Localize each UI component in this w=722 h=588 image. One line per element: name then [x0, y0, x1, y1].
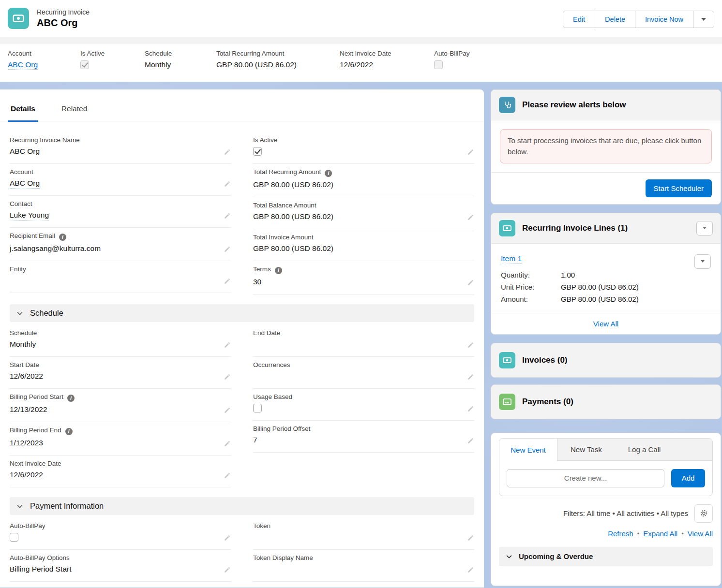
is-active-checkbox: [80, 60, 89, 69]
tab-log-a-call[interactable]: Log a Call: [615, 439, 674, 460]
field-reset-token-on-next-run: Reset Token On Next Run: [253, 582, 474, 588]
edit-icon[interactable]: [224, 148, 231, 158]
more-actions-button[interactable]: [693, 11, 714, 28]
highlight-label: Total Recurring Amount: [216, 50, 340, 57]
field-token-display-name: Token Display Name: [253, 550, 474, 582]
edit-button[interactable]: Edit: [563, 11, 595, 28]
view-all-link[interactable]: View All: [688, 529, 713, 538]
record-detail-panel: Details Related Recurring Invoice Name A…: [0, 89, 484, 588]
kv-value: GBP 80.00 (USD 86.02): [561, 281, 639, 293]
highlight-label: Schedule: [145, 50, 216, 57]
field-terms: Terms 30: [253, 261, 474, 294]
start-scheduler-button[interactable]: Start Scheduler: [646, 179, 712, 197]
payments-icon-tile: [499, 394, 515, 410]
edit-icon[interactable]: [467, 279, 474, 288]
tab-details[interactable]: Details: [8, 104, 38, 122]
edit-icon[interactable]: [224, 534, 231, 544]
field-billing-period-end: Billing Period End 1/12/2023: [10, 422, 231, 456]
field-label: Contact: [10, 200, 32, 207]
line-item-amount: Amount: GBP 80.00 (USD 86.02): [501, 293, 711, 305]
edit-icon[interactable]: [224, 373, 231, 382]
refresh-link[interactable]: Refresh: [608, 529, 633, 538]
edit-icon[interactable]: [467, 214, 474, 223]
field-billing-period-start: Billing Period Start 12/13/2022: [10, 389, 231, 422]
line-item-unit-price: Unit Price: GBP 80.00 (USD 86.02): [501, 281, 711, 293]
field-value: 7: [253, 436, 257, 444]
banknote-icon: [502, 355, 512, 365]
invoice-now-button[interactable]: Invoice Now: [635, 11, 693, 28]
activity-filters-text: Filters: All time • All activities • All…: [563, 509, 688, 517]
highlight-value: Monthly: [145, 60, 216, 69]
add-button[interactable]: Add: [671, 469, 705, 487]
edit-icon[interactable]: [224, 440, 231, 449]
payments-title: Payments (0): [522, 397, 573, 407]
info-icon[interactable]: [67, 395, 75, 402]
info-icon[interactable]: [275, 267, 282, 274]
info-icon[interactable]: [59, 234, 66, 241]
highlight-total-recurring: Total Recurring Amount GBP 80.00 (USD 86…: [216, 50, 340, 71]
tab-related[interactable]: Related: [59, 104, 90, 122]
info-icon[interactable]: [65, 428, 73, 435]
edit-icon[interactable]: [224, 407, 231, 416]
info-icon[interactable]: [325, 170, 332, 177]
line-item-quantity: Quantity: 1.00: [501, 269, 711, 281]
usage-based-checkbox: [253, 404, 262, 412]
is-active-checkbox: [253, 147, 262, 156]
section-title: Upcoming & Overdue: [519, 552, 593, 560]
section-upcoming-overdue[interactable]: Upcoming & Overdue: [499, 547, 713, 566]
edit-icon[interactable]: [467, 148, 474, 158]
edit-icon[interactable]: [467, 534, 474, 544]
separator-dot: •: [681, 530, 684, 537]
highlight-label: Is Active: [80, 50, 145, 57]
field-label: Terms: [253, 265, 271, 273]
edit-icon[interactable]: [224, 566, 231, 575]
create-new-input[interactable]: [507, 469, 664, 487]
field-recipient-email: Recipient Email j.salangsang@kulturra.co…: [10, 228, 231, 261]
edit-icon[interactable]: [467, 373, 474, 382]
delete-button[interactable]: Delete: [595, 11, 635, 28]
stethoscope-icon: [502, 100, 512, 110]
field-label: Is Active: [253, 136, 277, 144]
field-label: Account: [10, 168, 33, 176]
recipient-email-link[interactable]: j.salangsang@kulturra.com: [10, 244, 101, 253]
highlight-label: Next Invoice Date: [340, 50, 434, 57]
activity-settings-button[interactable]: [694, 504, 713, 523]
payments-card[interactable]: Payments (0): [491, 384, 721, 419]
auto-billpay-checkbox: [10, 533, 18, 542]
field-billing-period-offset: Billing Period Offset 7: [253, 421, 474, 453]
kv-label: Quantity:: [501, 269, 561, 281]
alerts-card-header: Please review alerts below: [491, 90, 721, 120]
invoices-card[interactable]: Invoices (0): [491, 343, 721, 378]
edit-icon[interactable]: [467, 566, 474, 575]
field-end-date: End Date: [253, 325, 474, 357]
edit-icon[interactable]: [224, 472, 231, 481]
edit-icon[interactable]: [224, 212, 231, 221]
edit-icon[interactable]: [467, 341, 474, 351]
edit-icon[interactable]: [224, 278, 231, 287]
field-label: Payment Method: [10, 586, 59, 588]
section-schedule[interactable]: Schedule: [10, 304, 474, 322]
section-payment-information[interactable]: Payment Information: [10, 497, 474, 515]
edit-icon[interactable]: [224, 246, 231, 255]
contact-link[interactable]: Luke Young: [10, 211, 49, 220]
account-link[interactable]: ABC Org: [8, 60, 38, 70]
invoice-lines-actions-button[interactable]: [696, 221, 713, 235]
field-label: Billing Period Start: [10, 393, 63, 400]
edit-icon[interactable]: [467, 405, 474, 414]
field-value: 12/6/2022: [10, 470, 43, 479]
edit-icon[interactable]: [224, 180, 231, 190]
highlight-label: Auto-BillPay: [434, 50, 470, 57]
field-label: Total Balance Amount: [253, 202, 316, 209]
edit-icon[interactable]: [224, 341, 231, 351]
recurring-invoice-lines-card: Recurring Invoice Lines (1) Item 1 Quant…: [491, 213, 721, 335]
expand-all-link[interactable]: Expand All: [643, 529, 677, 538]
line-item-link[interactable]: Item 1: [501, 254, 522, 264]
view-all-link[interactable]: View All: [593, 320, 618, 328]
account-link[interactable]: ABC Org: [10, 179, 40, 189]
line-item-actions-button[interactable]: [694, 254, 711, 269]
tab-new-task[interactable]: New Task: [557, 439, 615, 460]
activity-tabs: New Event New Task Log a Call: [499, 439, 712, 461]
tab-new-event[interactable]: New Event: [499, 439, 557, 461]
highlight-value: 12/6/2022: [340, 60, 434, 69]
edit-icon[interactable]: [467, 437, 474, 446]
